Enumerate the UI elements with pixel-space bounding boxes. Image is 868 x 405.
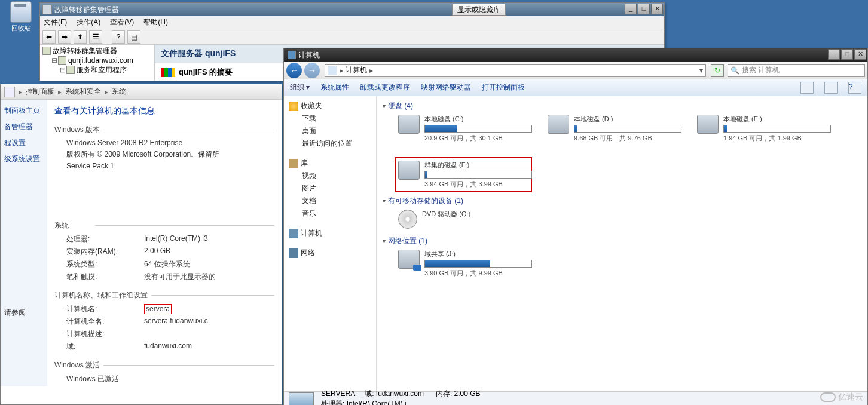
view-options-button[interactable] bbox=[800, 82, 814, 94]
cp-heading: 查看有关计算机的基本信息 bbox=[54, 106, 274, 116]
address-bar[interactable]: ▸ 计算机 ▸ ▾ bbox=[325, 64, 706, 77]
nav-documents[interactable]: 文档 bbox=[286, 195, 374, 207]
drive-d[interactable]: 本地磁盘 (D:)9.68 GB 可用，共 9.76 GB bbox=[548, 115, 685, 143]
hdd-icon bbox=[697, 115, 719, 134]
sec-winver: Windows 版本 bbox=[54, 125, 103, 134]
search-input[interactable]: 🔍 搜索 计算机 bbox=[728, 64, 865, 77]
uninstall-button[interactable]: 卸载或更改程序 bbox=[360, 82, 410, 93]
nav-music[interactable]: 音乐 bbox=[286, 207, 374, 220]
menu-view[interactable]: 查看(V) bbox=[110, 17, 134, 27]
minimize-button[interactable]: _ bbox=[625, 4, 637, 14]
computer-icon bbox=[289, 229, 298, 238]
addr-dropdown[interactable]: ▾ bbox=[699, 66, 703, 75]
computer-domain: fudanwuxi.com bbox=[144, 342, 192, 352]
mapdrive-button[interactable]: 映射网络驱动器 bbox=[421, 82, 471, 93]
help-button[interactable]: ? bbox=[848, 82, 861, 94]
up-button[interactable]: ⬆ bbox=[74, 30, 87, 44]
maximize-button[interactable]: □ bbox=[638, 4, 650, 14]
address-text: 计算机 bbox=[346, 65, 367, 75]
opencp-button[interactable]: 打开控制面板 bbox=[482, 82, 525, 93]
win-copyright: 版权所有 © 2009 Microsoft Corporation。保留所 bbox=[66, 149, 219, 159]
computer-name: servera bbox=[144, 304, 172, 314]
win-edition: Windows Server 2008 R2 Enterprise bbox=[66, 139, 182, 147]
mmc-toolbar: ⬅ ➡ ⬆ ☰ ? ▤ bbox=[40, 29, 664, 45]
command-bar: 组织 ▾ 系统属性 卸载或更改程序 映射网络驱动器 打开控制面板 ? bbox=[284, 79, 867, 96]
activation-status: Windows 已激活 bbox=[66, 374, 119, 384]
help-button[interactable]: ? bbox=[112, 30, 125, 44]
status-bar: SERVERA 域: fudanwuxi.com 内存: 2.00 GB 处理器… bbox=[284, 391, 867, 405]
crumb-system[interactable]: 系统 bbox=[112, 87, 126, 97]
tree-cluster[interactable]: ⊟qunji.fudanwuxi.com bbox=[41, 56, 153, 65]
nav-desktop[interactable]: 桌面 bbox=[286, 125, 374, 137]
show-tree-button[interactable]: ☰ bbox=[89, 30, 102, 44]
hdd-icon bbox=[548, 115, 569, 134]
nav-network[interactable]: 网络 bbox=[286, 247, 374, 259]
nav-back-button[interactable]: ← bbox=[286, 63, 302, 78]
nav-fwd-button[interactable]: → bbox=[304, 63, 320, 78]
maximize-button[interactable]: □ bbox=[841, 49, 853, 60]
sys-type: 64 位操作系统 bbox=[144, 259, 190, 269]
crumb-cp[interactable]: 控制面板 bbox=[26, 87, 54, 97]
recycle-bin-label: 回收站 bbox=[6, 24, 36, 33]
drive-j-netshare[interactable]: 域共享 (J:)3.90 GB 可用，共 9.99 GB bbox=[398, 250, 536, 278]
nav-back-button[interactable]: ⬅ bbox=[42, 30, 56, 44]
nav-libraries[interactable]: 库 bbox=[286, 157, 374, 170]
nav-fwd-button[interactable]: ➡ bbox=[58, 30, 71, 44]
minimize-button[interactable]: _ bbox=[828, 49, 840, 60]
sec-system: 系统 bbox=[54, 221, 72, 229]
refresh-button[interactable]: ↻ bbox=[711, 64, 724, 77]
watermark: 亿速云 bbox=[820, 392, 863, 403]
nav-pictures[interactable]: 图片 bbox=[286, 182, 374, 195]
close-button[interactable]: ✕ bbox=[854, 49, 866, 60]
organize-button[interactable]: 组织 ▾ bbox=[290, 82, 310, 93]
nav-videos[interactable]: 视频 bbox=[286, 170, 374, 182]
drive-f-cluster[interactable]: 群集的磁盘 (F:)3.94 GB 可用，共 3.99 GB bbox=[395, 157, 532, 192]
tree-root[interactable]: 故障转移群集管理器 bbox=[41, 46, 153, 56]
drive-c[interactable]: 本地磁盘 (C:)20.9 GB 可用，共 30.1 GB bbox=[398, 115, 536, 143]
cat-hdd[interactable]: ▾硬盘 (4) bbox=[383, 101, 861, 111]
status-name: SERVERA bbox=[321, 389, 354, 398]
sysprops-button[interactable]: 系统属性 bbox=[320, 82, 349, 93]
cat-netloc[interactable]: ▾网络位置 (1) bbox=[383, 236, 861, 246]
cp-main: 查看有关计算机的基本信息 Windows 版本 Windows Server 2… bbox=[47, 100, 282, 386]
preview-pane-button[interactable] bbox=[824, 82, 838, 94]
drive-e[interactable]: 本地磁盘 (E:)1.94 GB 可用，共 1.99 GB bbox=[697, 115, 835, 143]
mmc-title: 故障转移群集管理器 bbox=[54, 5, 119, 15]
computer-icon bbox=[289, 392, 314, 406]
menu-action[interactable]: 操作(A) bbox=[77, 17, 100, 27]
recycle-bin[interactable]: 回收站 bbox=[6, 1, 36, 33]
side-remote[interactable]: 程设置 bbox=[4, 138, 43, 148]
menu-help[interactable]: 帮助(H) bbox=[143, 17, 168, 27]
hdd-icon bbox=[398, 161, 420, 180]
sec-activation: Windows 激活 bbox=[54, 361, 103, 369]
win-sp: Service Pack 1 bbox=[66, 162, 114, 170]
side-home[interactable]: 制面板主页 bbox=[4, 106, 43, 116]
mmc-titlebar[interactable]: 故障转移群集管理器 _ □ ✕ bbox=[40, 3, 664, 16]
crumb-security[interactable]: 系统和安全 bbox=[65, 87, 101, 97]
explorer-titlebar[interactable]: 计算机 _ □ ✕ bbox=[284, 48, 867, 62]
props-button[interactable]: ▤ bbox=[127, 30, 140, 44]
sys-pen: 没有可用于此显示器的 bbox=[144, 272, 216, 282]
side-advanced[interactable]: 级系统设置 bbox=[4, 154, 43, 164]
explorer-nav: ← → ▸ 计算机 ▸ ▾ ↻ 🔍 搜索 计算机 bbox=[284, 62, 867, 79]
drive-dvd[interactable]: DVD 驱动器 (Q:) bbox=[398, 210, 536, 229]
hdd-icon bbox=[398, 115, 420, 134]
mmc-tree[interactable]: 故障转移群集管理器 ⊟qunji.fudanwuxi.com ⊟服务和应用程序 bbox=[40, 45, 155, 81]
computer-fullname: servera.fudanwuxi.c bbox=[144, 317, 208, 327]
nav-computer[interactable]: 计算机 bbox=[286, 227, 374, 240]
menu-file[interactable]: 文件(F) bbox=[44, 17, 67, 27]
explorer-title: 计算机 bbox=[298, 50, 320, 60]
explorer-window: 计算机 _ □ ✕ ← → ▸ 计算机 ▸ ▾ ↻ 🔍 搜索 计算机 组织 ▾ … bbox=[283, 48, 868, 405]
nav-downloads[interactable]: 下载 bbox=[286, 112, 374, 125]
tree-services[interactable]: ⊟服务和应用程序 bbox=[41, 65, 153, 75]
side-devmgr[interactable]: 备管理器 bbox=[4, 122, 43, 132]
status-cpu: Intel(R) Core(TM) i... bbox=[347, 400, 412, 406]
drive-content: ▾硬盘 (4) 本地磁盘 (C:)20.9 GB 可用，共 30.1 GB 本地… bbox=[377, 96, 867, 391]
nav-recent[interactable]: 最近访问的位置 bbox=[286, 137, 374, 150]
cat-removable[interactable]: ▾有可移动存储的设备 (1) bbox=[383, 196, 861, 206]
cp-nav: ▸ 控制面板 ▸ 系统和安全 ▸ 系统 bbox=[1, 84, 282, 100]
close-button[interactable]: ✕ bbox=[651, 4, 663, 14]
nav-favorites[interactable]: 收藏夹 bbox=[286, 100, 374, 112]
show-hide-library-button[interactable]: 显示或隐藏库 bbox=[452, 4, 506, 16]
side-seealso: 请参阅 bbox=[4, 308, 43, 318]
